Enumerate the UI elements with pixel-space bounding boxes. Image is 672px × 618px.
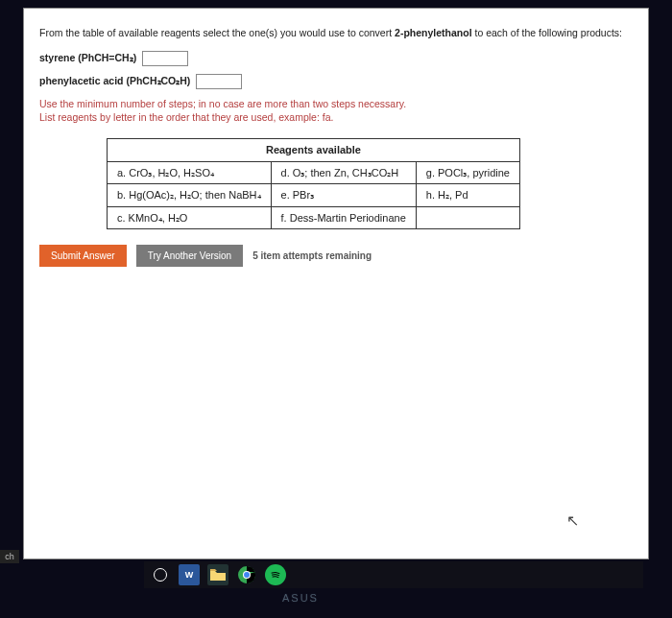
reagent-h: h. H₂, Pd xyxy=(416,184,519,207)
product-label-phenylacetic: phenylacetic acid (PhCH₂CO₂H) xyxy=(39,74,190,89)
sidebar-tab[interactable]: ch xyxy=(0,550,19,563)
reagents-table: Reagents available a. CrO₃, H₂O, H₂SO₄ d… xyxy=(107,138,520,229)
reagent-empty xyxy=(416,206,519,229)
button-row: Submit Answer Try Another Version 5 item… xyxy=(39,245,633,267)
reagent-b: b. Hg(OAc)₂, H₂O; then NaBH₄ xyxy=(108,184,272,207)
cursor-icon: ↖ xyxy=(566,511,579,530)
prompt-pre: From the table of available reagents sel… xyxy=(39,27,395,38)
product-label-styrene: styrene (PhCH=CH₂) xyxy=(39,51,136,66)
prompt-compound: 2-phenylethanol xyxy=(395,27,472,38)
answer-input-phenylacetic[interactable] xyxy=(196,74,242,89)
reagent-a: a. CrO₃, H₂O, H₂SO₄ xyxy=(108,161,272,184)
reagent-c: c. KMnO₄, H₂O xyxy=(108,206,272,229)
question-content: From the table of available reagents sel… xyxy=(24,9,648,276)
taskbar: W xyxy=(144,561,643,588)
spotify-icon[interactable] xyxy=(265,564,286,585)
try-another-button[interactable]: Try Another Version xyxy=(136,245,243,267)
attempts-remaining: 5 item attempts remaining xyxy=(252,249,372,263)
product-row-phenylacetic: phenylacetic acid (PhCH₂CO₂H) xyxy=(39,74,633,89)
product-row-styrene: styrene (PhCH=CH₂) xyxy=(39,51,633,66)
file-explorer-icon[interactable] xyxy=(207,564,228,585)
instructions-line2: List reagents by letter in the order tha… xyxy=(39,111,333,123)
reagent-f: f. Dess-Martin Periodinane xyxy=(271,206,416,229)
instructions-line1: Use the minimum number of steps; in no c… xyxy=(39,98,406,109)
submit-button[interactable]: Submit Answer xyxy=(39,245,127,267)
prompt-post: to each of the following products: xyxy=(472,27,622,38)
answer-input-styrene[interactable] xyxy=(142,51,188,66)
instructions: Use the minimum number of steps; in no c… xyxy=(39,97,633,125)
word-icon[interactable]: W xyxy=(179,564,200,585)
laptop-brand: ASUS xyxy=(282,592,319,604)
reagent-e: e. PBr₃ xyxy=(271,184,416,207)
reagent-d: d. O₃; then Zn, CH₃CO₂H xyxy=(271,161,416,184)
svg-point-2 xyxy=(244,572,250,578)
chrome-icon[interactable] xyxy=(236,564,257,585)
table-header: Reagents available xyxy=(108,139,520,162)
reagent-g: g. POCl₃, pyridine xyxy=(416,161,519,184)
question-prompt: From the table of available reagents sel… xyxy=(39,26,633,41)
cortana-icon[interactable] xyxy=(150,564,171,585)
app-window: From the table of available reagents sel… xyxy=(23,8,649,559)
